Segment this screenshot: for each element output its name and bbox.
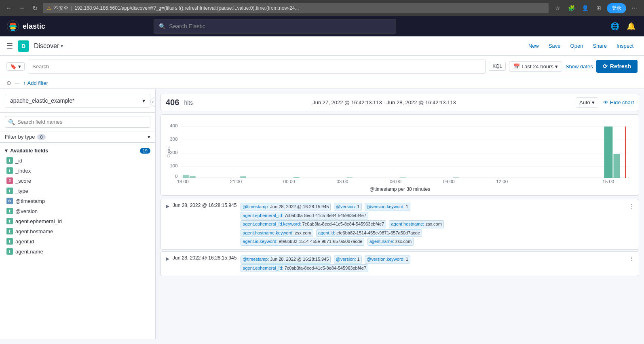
content-area: 406 hits Jun 27, 2022 @ 16:42:13.113 - J… — [156, 89, 644, 339]
svg-rect-16 — [190, 176, 196, 178]
svg-text:06:00: 06:00 — [390, 179, 401, 184]
svg-text:12:00: 12:00 — [496, 179, 508, 184]
elastic-label: elastic — [23, 22, 45, 31]
result-timestamp: Jun 28, 2022 @ 16:28:15.945 — [173, 203, 236, 208]
filter-type-label: Filter by type 0 — [5, 134, 46, 140]
list-item[interactable]: ⊙ @timestamp — [2, 196, 154, 206]
search-type-chevron: ▾ — [18, 63, 21, 70]
field-type-icon: t — [6, 167, 13, 174]
list-item[interactable]: t agent.hostname — [2, 226, 154, 236]
browser-action-buttons: ☆ 🧩 👤 ⊞ 登录 ⋯ — [552, 2, 640, 14]
result-options-button[interactable]: ⋮ — [629, 256, 634, 262]
filter-type-row: Filter by type 0 ▾ — [0, 131, 155, 143]
list-item[interactable]: t _type — [2, 186, 154, 196]
top-navigation: elastic 🔍 Search Elastic 🌐 🔔 — [0, 16, 644, 36]
search-type-selector[interactable]: 🔖 ▾ — [6, 62, 25, 71]
refresh-label: Refresh — [610, 63, 631, 70]
more-button[interactable]: ⋯ — [629, 2, 640, 14]
refresh-button[interactable]: ⟳ Refresh — [596, 60, 638, 73]
hamburger-menu-button[interactable]: ☰ — [6, 42, 13, 51]
field-name: _index — [15, 168, 31, 174]
hide-chart-button[interactable]: 👁 Hide chart — [603, 99, 634, 106]
login-button[interactable]: 登录 — [607, 3, 626, 13]
field-tag: agent.name: zsx.com — [367, 238, 414, 246]
field-name: agent.name — [15, 249, 43, 255]
result-expand-button[interactable]: ▶ — [166, 256, 169, 262]
result-fields: @timestamp: Jun 28, 2022 @ 16:28:15.945 … — [240, 203, 626, 246]
field-type-icon: t — [6, 208, 13, 214]
open-link[interactable]: Open — [566, 40, 587, 51]
inspect-link[interactable]: Inspect — [612, 40, 638, 51]
share-link[interactable]: Share — [589, 40, 611, 51]
auto-interval-selector[interactable]: Auto ▾ — [576, 97, 598, 108]
url-separator: | — [71, 5, 72, 11]
discover-chevron-icon: ▾ — [61, 43, 63, 49]
main-layout: ⟵ apache_elastic_example* ▾ 🔍 Filter by … — [0, 89, 644, 339]
field-search-input[interactable] — [5, 116, 150, 128]
new-link[interactable]: New — [524, 40, 543, 51]
index-pattern-label: apache_elastic_example* — [10, 97, 75, 104]
help-button[interactable]: 🌐 — [608, 20, 621, 33]
field-tag: agent.ephemeral_id: 7c0ab3fa-8ecd-41c5-8… — [241, 264, 368, 272]
bookmark-button[interactable]: ⊞ — [593, 2, 604, 14]
svg-text:03:00: 03:00 — [336, 179, 348, 184]
browser-bar: ← → ↻ ⚠ 不安全 | 192.168.94.186:5601/app/di… — [0, 0, 644, 16]
show-dates-link[interactable]: Show dates — [566, 63, 593, 70]
forward-button[interactable]: → — [17, 3, 27, 13]
result-options-button[interactable]: ⋮ — [629, 203, 634, 209]
search-icon: 🔍 — [159, 23, 166, 30]
list-item[interactable]: # _score — [2, 176, 154, 186]
svg-text:Count: Count — [166, 146, 171, 158]
elastic-icon — [6, 20, 19, 33]
list-item[interactable]: t agent.id — [2, 236, 154, 246]
filter-type-chevron-icon: ▾ — [148, 134, 150, 140]
extensions-button[interactable]: 🧩 — [566, 2, 577, 14]
global-search-bar[interactable]: 🔍 Search Elastic — [154, 19, 396, 34]
time-chevron-icon: ▾ — [555, 63, 558, 70]
field-type-icon: t — [6, 228, 13, 234]
back-button[interactable]: ← — [4, 3, 14, 13]
refresh-icon: ⟳ — [603, 63, 608, 70]
list-item[interactable]: t _id — [2, 156, 154, 165]
notifications-button[interactable]: 🔔 — [625, 20, 638, 33]
svg-text:200: 200 — [170, 150, 177, 154]
field-tag: agent.ephemeral_id.keyword: 7c0ab3fa-8ec… — [241, 220, 386, 228]
chart-container: 400 300 200 100 0 — [160, 114, 639, 196]
reload-button[interactable]: ↻ — [30, 3, 40, 13]
save-link[interactable]: Save — [545, 40, 565, 51]
field-tag: agent.hostname: zsx.com — [389, 220, 443, 228]
result-header: ▶ Jun 28, 2022 @ 16:28:15.945 @timestamp… — [161, 199, 639, 249]
field-tag: agent.id: efe6bb82-1514-455e-9871-657a50… — [316, 229, 422, 237]
filter-separator: — — [15, 80, 20, 86]
field-type-icon: t — [6, 248, 13, 255]
list-item[interactable]: t _index — [2, 166, 154, 175]
index-pattern-button[interactable]: apache_elastic_example* ▾ — [5, 94, 150, 108]
search-input-wrap[interactable] — [28, 59, 486, 74]
list-item[interactable]: t @version — [2, 206, 154, 216]
elastic-logo: elastic — [6, 20, 45, 33]
svg-text:21:00: 21:00 — [230, 179, 242, 184]
url-text: 192.168.94.186:5601/app/discover#/?_g=(f… — [74, 5, 299, 11]
svg-rect-24 — [613, 154, 620, 178]
list-item[interactable]: t agent.ephemeral_id — [2, 216, 154, 226]
url-bar[interactable]: ⚠ 不安全 | 192.168.94.186:5601/app/discover… — [43, 3, 549, 13]
histogram-chart: 400 300 200 100 0 — [166, 120, 634, 184]
add-filter-button[interactable]: + Add filter — [23, 80, 48, 86]
result-expand-button[interactable]: ▶ — [166, 203, 169, 209]
search-input[interactable] — [32, 63, 481, 70]
date-range: Jun 27, 2022 @ 16:42:13.113 - Jun 28, 20… — [198, 99, 571, 106]
security-warning-icon: ⚠ — [47, 5, 51, 11]
user-button[interactable]: 👤 — [579, 2, 591, 14]
time-range-selector[interactable]: 📅 Last 24 hours ▾ — [509, 61, 562, 72]
discover-title[interactable]: Discover ▾ — [34, 42, 63, 50]
field-name: agent.id — [15, 238, 34, 245]
available-fields-toggle[interactable]: ▾ Available fields — [5, 148, 48, 154]
hide-chart-label: Hide chart — [610, 99, 634, 106]
field-tag: agent.id.keyword: efe6bb82-1514-455e-987… — [241, 238, 364, 246]
star-button[interactable]: ☆ — [552, 2, 563, 14]
list-item[interactable]: t agent.name — [2, 247, 154, 256]
field-tag: @version: 1 — [334, 203, 362, 211]
kql-badge[interactable]: KQL — [489, 62, 506, 71]
filter-options-button[interactable]: ⊙ — [6, 80, 11, 86]
field-list: t _id t _index # _score t _type ⊙ @tim — [0, 156, 155, 256]
